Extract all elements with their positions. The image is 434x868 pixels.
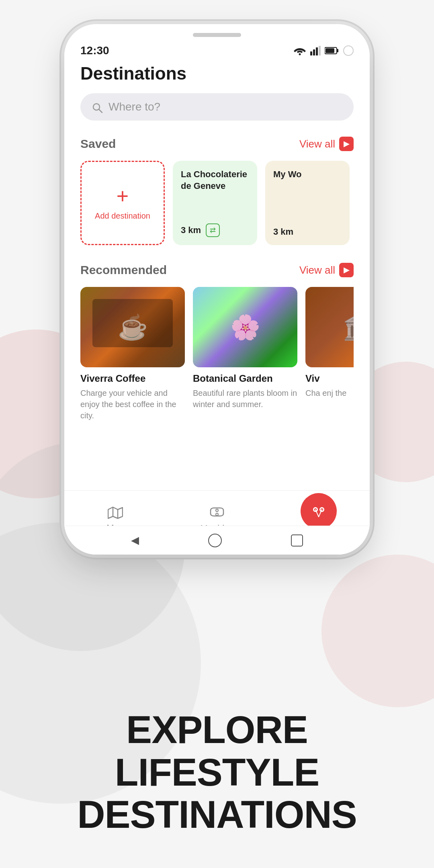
search-bar[interactable]: Where to? (80, 93, 354, 121)
wifi-icon (293, 46, 306, 55)
android-recent-btn[interactable] (291, 534, 303, 547)
search-placeholder: Where to? (108, 100, 160, 113)
rec-card-name-viverra: Viverra Coffee (80, 373, 185, 384)
dest-card-name-chocolaterie: La Chocolaterie de Geneve (181, 169, 249, 192)
promo-line1: EXPLORE LIFESTYLE (24, 708, 410, 793)
dest-card-bottom-mywo: 3 km (273, 227, 342, 237)
add-plus-icon: + (117, 186, 129, 207)
saved-section-title: Saved (80, 137, 116, 151)
rec-card-image-viverra2 (305, 287, 354, 367)
battery-icon (325, 47, 339, 55)
rec-card-name-viverra2: Viv (305, 373, 354, 384)
recommended-view-all[interactable]: View all ▶ (299, 263, 354, 277)
rec-card-viverra[interactable]: Viverra Coffee Charge your vehicle and e… (80, 287, 185, 421)
svg-rect-6 (337, 49, 338, 52)
svg-rect-2 (313, 49, 315, 55)
recommended-view-all-label: View all (299, 264, 335, 276)
dest-card-bottom-chocolaterie: 3 km ⇄ (181, 223, 249, 237)
rec-card-desc-viverra: Charge your vehicle and enjoy the best c… (80, 387, 185, 421)
status-bar: 12:30 (64, 24, 370, 63)
recommended-section-title: Recommended (80, 263, 167, 277)
android-home-btn[interactable] (208, 534, 222, 547)
dest-card-name-mywo: My Wo (273, 169, 342, 180)
phone-speaker (193, 33, 241, 37)
rec-card-garden[interactable]: Botanical Garden Beautiful rare plants b… (193, 287, 297, 421)
rec-card-image-garden (193, 287, 297, 367)
promo-text: EXPLORE LIFESTYLE DESTINATIONS (0, 708, 434, 836)
rec-card-viverra2[interactable]: Viv Cha enj the (305, 287, 354, 421)
map-icon (108, 504, 123, 520)
recommended-section-header: Recommended View all ▶ (80, 263, 354, 277)
svg-line-9 (99, 109, 102, 113)
dest-card-dist-chocolaterie: 3 km (181, 225, 201, 235)
add-destination-card[interactable]: + Add destination (80, 161, 165, 245)
rec-card-name-garden: Botanical Garden (193, 373, 297, 384)
svg-point-14 (216, 509, 218, 512)
svg-point-0 (299, 53, 301, 55)
app-content: Destinations Where to? Saved View all ▶ … (64, 63, 370, 530)
destination-card-mywo[interactable]: My Wo 3 km (265, 161, 350, 245)
add-destination-label: Add destination (95, 211, 150, 221)
rec-card-image-viverra (80, 287, 185, 367)
rides-icon (209, 504, 225, 520)
saved-destinations-row: + Add destination La Chocolaterie de Gen… (80, 161, 354, 245)
status-icons (293, 45, 354, 56)
svg-rect-7 (326, 48, 334, 53)
phone-frame: 12:30 (64, 24, 370, 555)
saved-view-all-arrow: ▶ (339, 137, 354, 151)
signal-icon (310, 46, 321, 55)
status-circle-btn (343, 45, 354, 56)
status-time: 12:30 (80, 44, 109, 57)
android-nav-bar: ◀ (64, 526, 370, 555)
saved-section-header: Saved View all ▶ (80, 137, 354, 151)
promo-section: EXPLORE LIFESTYLE DESTINATIONS (0, 563, 434, 868)
destinations-active-btn (301, 493, 337, 529)
recommended-row: Viverra Coffee Charge your vehicle and e… (80, 287, 354, 421)
promo-line2: DESTINATIONS (24, 793, 410, 836)
svg-rect-1 (310, 51, 312, 55)
saved-view-all-label: View all (299, 138, 335, 150)
rec-card-desc-viverra2: Cha enj the (305, 387, 354, 399)
recommended-view-all-arrow: ▶ (339, 263, 354, 277)
svg-rect-3 (316, 47, 318, 55)
destination-card-chocolaterie[interactable]: La Chocolaterie de Geneve 3 km ⇄ (173, 161, 257, 245)
android-back-btn[interactable]: ◀ (131, 534, 139, 547)
search-icon (92, 100, 103, 113)
dest-card-dist-mywo: 3 km (273, 227, 293, 237)
svg-point-15 (216, 513, 218, 516)
saved-view-all[interactable]: View all ▶ (299, 137, 354, 151)
rec-card-desc-garden: Beautiful rare plants bloom in winter an… (193, 387, 297, 410)
page-title: Destinations (80, 63, 354, 84)
swap-icon-chocolaterie: ⇄ (206, 223, 220, 237)
svg-rect-4 (319, 46, 321, 55)
